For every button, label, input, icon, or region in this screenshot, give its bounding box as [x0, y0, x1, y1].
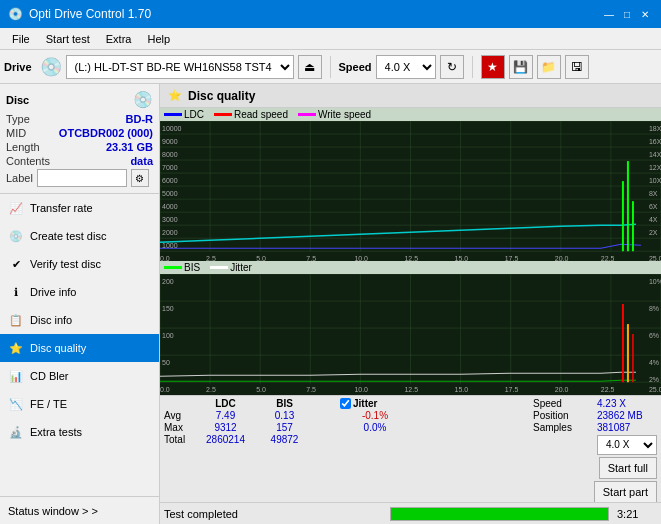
bis-header: BIS [257, 398, 312, 409]
status-window-button[interactable]: Status window > > [0, 496, 159, 524]
titlebar: 💿 Opti Drive Control 1.70 — □ ✕ [0, 0, 661, 28]
sidebar-item-verify-test-disc[interactable]: ✔ Verify test disc [0, 250, 159, 278]
svg-text:2.5: 2.5 [206, 386, 216, 393]
content-header: ⭐ Disc quality [160, 84, 661, 108]
close-button[interactable]: ✕ [637, 6, 653, 22]
svg-text:4000: 4000 [162, 203, 178, 210]
svg-text:8%: 8% [649, 305, 659, 312]
sidebar-item-label: Transfer rate [30, 202, 93, 214]
drive-icon: 💿 [40, 56, 62, 78]
sidebar: Disc 💿 Type BD-R MID OTCBDR002 (000) Len… [0, 84, 160, 524]
drive-info-icon: ℹ [8, 284, 24, 300]
settings-button[interactable]: ★ [481, 55, 505, 79]
disc-type-value: BD-R [126, 113, 154, 125]
disc-label-label: Label [6, 172, 33, 184]
svg-text:5.0: 5.0 [256, 386, 266, 393]
action-buttons: 4.0 X Start full Start part [594, 435, 657, 503]
svg-text:12X: 12X [649, 164, 661, 171]
bis-legend-label: BIS [184, 262, 200, 273]
eject-button[interactable]: ⏏ [298, 55, 322, 79]
cd-bler-icon: 📊 [8, 368, 24, 384]
svg-text:10000: 10000 [162, 125, 182, 132]
jitter-legend-item: Jitter [210, 262, 252, 273]
bottom-chart-svg: 200 150 100 50 10% 8% 6% 4% 2% 0.0 2.5 5… [160, 274, 661, 394]
disc-contents-value: data [130, 155, 153, 167]
sidebar-item-disc-quality[interactable]: ⭐ Disc quality [0, 334, 159, 362]
svg-text:6000: 6000 [162, 177, 178, 184]
app-icon: 💿 [8, 7, 23, 21]
svg-text:2%: 2% [649, 376, 659, 383]
top-chart-legend: LDC Read speed Write speed [160, 108, 661, 121]
sidebar-item-extra-tests[interactable]: 🔬 Extra tests [0, 418, 159, 446]
jitter-legend-label: Jitter [230, 262, 252, 273]
start-full-button[interactable]: Start full [599, 457, 657, 479]
content-title-icon: ⭐ [168, 89, 182, 102]
status-text: Test completed [164, 508, 382, 520]
speed-select[interactable]: 4.0 X 1.0 X 2.0 X 6.0 X 8.0 X [376, 55, 436, 79]
main-layout: Disc 💿 Type BD-R MID OTCBDR002 (000) Len… [0, 84, 661, 524]
svg-text:20.0: 20.0 [555, 255, 569, 261]
ldc-legend-label: LDC [184, 109, 204, 120]
menu-extra[interactable]: Extra [98, 31, 140, 47]
disc-label-input[interactable] [37, 169, 127, 187]
maximize-button[interactable]: □ [619, 6, 635, 22]
svg-text:4%: 4% [649, 359, 659, 366]
disc-contents-row: Contents data [6, 155, 153, 167]
avg-jitter: -0.1% [340, 410, 410, 421]
create-test-disc-icon: 💿 [8, 228, 24, 244]
speed-label: Speed [533, 398, 593, 409]
svg-text:14X: 14X [649, 151, 661, 158]
samples-label: Samples [533, 422, 593, 433]
svg-text:1000: 1000 [162, 242, 178, 249]
total-bis: 49872 [257, 434, 312, 445]
toolbar: Drive 💿 (L:) HL-DT-ST BD-RE WH16NS58 TST… [0, 50, 661, 84]
read-speed-legend-color [214, 113, 232, 116]
disc-mid-row: MID OTCBDR002 (000) [6, 127, 153, 139]
sidebar-item-fe-te[interactable]: 📉 FE / TE [0, 390, 159, 418]
sidebar-item-create-test-disc[interactable]: 💿 Create test disc [0, 222, 159, 250]
total-ldc: 2860214 [198, 434, 253, 445]
svg-text:0.0: 0.0 [160, 386, 170, 393]
write-speed-legend-item: Write speed [298, 109, 371, 120]
svg-text:2.5: 2.5 [206, 255, 216, 261]
menubar: File Start test Extra Help [0, 28, 661, 50]
svg-text:2X: 2X [649, 229, 658, 236]
action-speed-select[interactable]: 4.0 X [597, 435, 657, 455]
sidebar-item-disc-info[interactable]: 📋 Disc info [0, 306, 159, 334]
sidebar-item-drive-info[interactable]: ℹ Drive info [0, 278, 159, 306]
svg-text:10X: 10X [649, 177, 661, 184]
disc-quality-icon: ⭐ [8, 340, 24, 356]
toolbar-separator2 [472, 56, 473, 78]
disc-type-label: Type [6, 113, 30, 125]
sidebar-item-transfer-rate[interactable]: 📈 Transfer rate [0, 194, 159, 222]
menu-start-test[interactable]: Start test [38, 31, 98, 47]
time-text: 3:21 [617, 508, 657, 520]
refresh-button[interactable]: ↻ [440, 55, 464, 79]
disc-contents-label: Contents [6, 155, 50, 167]
max-label: Max [164, 422, 194, 433]
svg-text:9000: 9000 [162, 138, 178, 145]
position-label: Position [533, 410, 593, 421]
disc-label-button[interactable]: ⚙ [131, 169, 149, 187]
sidebar-item-label: Drive info [30, 286, 76, 298]
extra-tests-icon: 🔬 [8, 424, 24, 440]
start-part-button[interactable]: Start part [594, 481, 657, 503]
drive-select[interactable]: (L:) HL-DT-ST BD-RE WH16NS58 TST4 [66, 55, 294, 79]
content-title: Disc quality [188, 89, 255, 103]
menu-file[interactable]: File [4, 31, 38, 47]
sidebar-item-label: Disc quality [30, 342, 86, 354]
menu-help[interactable]: Help [139, 31, 178, 47]
svg-text:17.5: 17.5 [505, 386, 519, 393]
read-speed-legend-item: Read speed [214, 109, 288, 120]
disc-mid-value: OTCBDR002 (000) [59, 127, 153, 139]
jitter-checkbox[interactable] [340, 398, 351, 409]
minimize-button[interactable]: — [601, 6, 617, 22]
save-button[interactable]: 💾 [509, 55, 533, 79]
sidebar-item-cd-bler[interactable]: 📊 CD Bler [0, 362, 159, 390]
open-button[interactable]: 📁 [537, 55, 561, 79]
stats-table: LDC BIS Jitter Avg 7.49 0.13 -0.1% [164, 398, 527, 503]
export-button[interactable]: 🖫 [565, 55, 589, 79]
svg-text:6%: 6% [649, 332, 659, 339]
top-chart: 10000 9000 8000 7000 6000 5000 4000 3000… [160, 121, 661, 261]
jitter-header: Jitter [353, 398, 377, 409]
